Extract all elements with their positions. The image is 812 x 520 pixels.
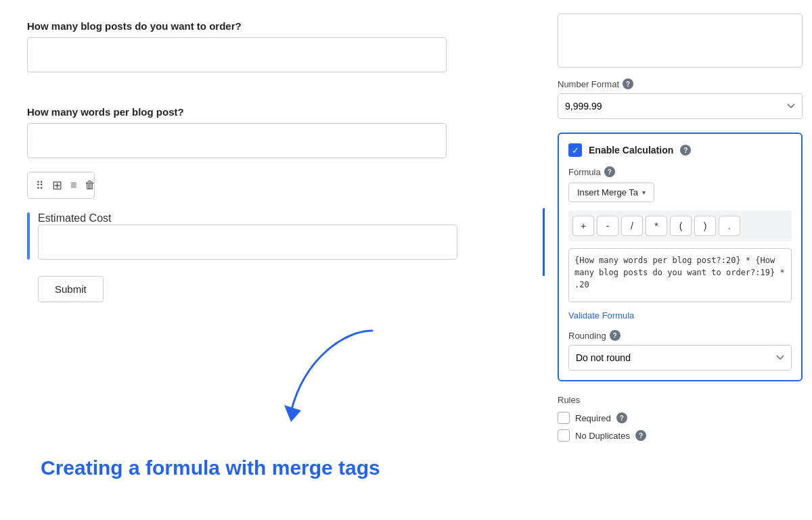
number-format-select[interactable]: 9,999.99 9999.99 9.999,99 <box>558 93 803 119</box>
svg-marker-0 <box>284 405 301 422</box>
validate-formula-link[interactable]: Validate Formula <box>568 310 792 321</box>
enable-calculation-checkbox[interactable]: ✓ <box>568 143 582 157</box>
operator-plus-button[interactable]: + <box>572 216 594 236</box>
enable-calc-label: Enable Calculation <box>589 145 673 156</box>
drag-handle-icon[interactable]: ⠿ <box>36 179 44 192</box>
question-2-input[interactable] <box>27 123 447 158</box>
no-duplicates-checkbox[interactable] <box>558 429 570 442</box>
operator-open-paren-button[interactable]: ( <box>670 216 692 236</box>
no-duplicates-rule-row: No Duplicates ? <box>558 429 803 442</box>
operator-dot-button[interactable]: . <box>719 216 740 236</box>
calculation-box: ✓ Enable Calculation ? Formula ? Insert … <box>558 133 803 381</box>
operator-close-paren-button[interactable]: ) <box>694 216 716 236</box>
rules-title: Rules <box>558 395 803 405</box>
required-label: Required <box>575 413 611 423</box>
formula-label-row: Formula ? <box>568 166 792 177</box>
operator-multiply-button[interactable]: * <box>646 216 667 236</box>
right-panel: Number Format ? 9,999.99 9999.99 9.999,9… <box>548 0 812 520</box>
number-format-section: Number Format ? 9,999.99 9999.99 9.999,9… <box>548 78 812 127</box>
arrow-graphic <box>264 317 399 439</box>
question-2-section: How many words per blog post? <box>27 106 521 158</box>
settings-icon[interactable]: ≡ <box>70 179 76 191</box>
rounding-select[interactable]: Do not round Round to nearest whole numb… <box>568 345 792 371</box>
operators-row: + - / * ( ) . <box>568 210 792 241</box>
delete-icon[interactable]: 🗑 <box>85 179 95 191</box>
required-checkbox[interactable] <box>558 412 570 424</box>
question-2-label: How many words per blog post? <box>27 106 521 118</box>
question-1-section: How many blog posts do you want to order… <box>27 20 521 72</box>
rounding-label-row: Rounding ? <box>568 330 792 341</box>
connection-bar <box>543 208 545 276</box>
top-description-textarea[interactable] <box>558 14 803 68</box>
enable-calculation-row: ✓ Enable Calculation ? <box>568 143 792 157</box>
operator-divide-button[interactable]: / <box>621 216 643 236</box>
field-toolbar: ⠿ ⊞ ≡ 🗑 <box>27 172 95 199</box>
left-panel: How many blog posts do you want to order… <box>0 0 548 520</box>
top-textarea-section <box>548 7 812 78</box>
estimated-cost-section: Estimated Cost <box>27 212 521 260</box>
insert-merge-tag-button[interactable]: Insert Merge Ta ▾ <box>568 183 654 202</box>
rules-section: Rules Required ? No Duplicates ? <box>548 387 812 455</box>
estimated-cost-label: Estimated Cost <box>38 212 521 224</box>
submit-button[interactable]: Submit <box>38 276 104 302</box>
no-duplicates-help-icon[interactable]: ? <box>635 430 646 441</box>
number-format-help-icon[interactable]: ? <box>623 78 633 89</box>
merge-tag-chevron-icon: ▾ <box>642 189 646 196</box>
formula-textarea[interactable]: {How many words per blog post?:20} * {Ho… <box>568 248 792 302</box>
question-1-input[interactable] <box>27 37 447 72</box>
estimated-cost-input[interactable] <box>38 224 457 260</box>
no-duplicates-label: No Duplicates <box>575 431 630 441</box>
required-rule-row: Required ? <box>558 412 803 424</box>
enable-calc-help-icon[interactable]: ? <box>680 145 691 156</box>
required-help-icon[interactable]: ? <box>616 412 627 423</box>
question-1-label: How many blog posts do you want to order… <box>27 20 521 32</box>
number-format-label: Number Format ? <box>558 78 803 89</box>
watermark-text: Creating a formula with merge tags <box>41 456 380 479</box>
left-accent-bar <box>27 212 30 260</box>
operator-minus-button[interactable]: - <box>597 216 618 236</box>
add-field-icon[interactable]: ⊞ <box>52 178 62 193</box>
formula-help-icon[interactable]: ? <box>604 166 615 177</box>
rounding-help-icon[interactable]: ? <box>610 330 621 341</box>
